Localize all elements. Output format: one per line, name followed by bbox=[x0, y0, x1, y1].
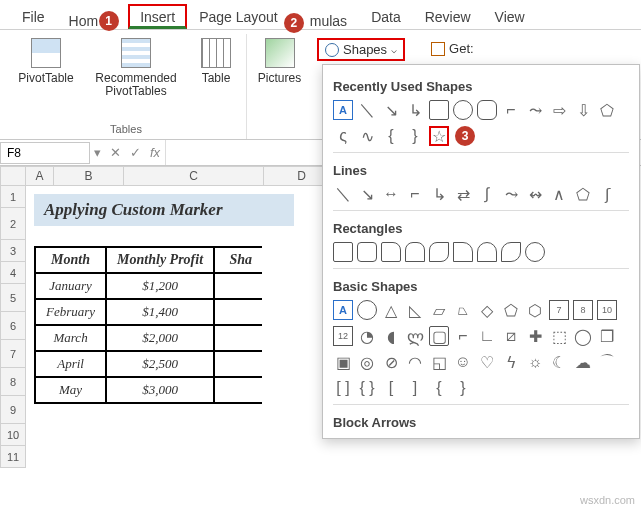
cell-shape[interactable] bbox=[214, 299, 262, 325]
rectangle-icon[interactable] bbox=[429, 100, 449, 120]
curve-icon[interactable]: ∫ bbox=[477, 184, 497, 204]
trapezoid-icon[interactable]: ⏢ bbox=[453, 300, 473, 320]
col-header[interactable]: A bbox=[26, 166, 54, 186]
triangle-icon[interactable]: △ bbox=[381, 300, 401, 320]
cell-profit[interactable]: $1,200 bbox=[106, 273, 214, 299]
rect-round-all-icon[interactable] bbox=[525, 242, 545, 262]
lightning-icon[interactable]: ϟ bbox=[501, 352, 521, 372]
name-box[interactable] bbox=[0, 142, 90, 164]
curved-connector-icon[interactable]: ⤳ bbox=[525, 100, 545, 120]
tab-data[interactable]: Data bbox=[359, 4, 413, 29]
row-header[interactable]: 7 bbox=[0, 340, 26, 368]
col-header[interactable]: C bbox=[124, 166, 264, 186]
bevel-icon[interactable]: ▣ bbox=[333, 352, 353, 372]
worksheet-area[interactable]: Applying Custom Marker Month Monthly Pro… bbox=[26, 186, 294, 468]
parallelogram-icon[interactable]: ▱ bbox=[429, 300, 449, 320]
rect-snip-same-side-icon[interactable] bbox=[405, 242, 425, 262]
row-header[interactable]: 10 bbox=[0, 424, 26, 446]
row-header[interactable]: 8 bbox=[0, 368, 26, 396]
rect-snip-single-icon[interactable] bbox=[381, 242, 401, 262]
cell-profit[interactable]: $2,500 bbox=[106, 351, 214, 377]
diag-stripe-icon[interactable]: ⧄ bbox=[501, 326, 521, 346]
plaque-icon[interactable]: ⬚ bbox=[549, 326, 569, 346]
pentagon-arrow-icon[interactable]: ⬠ bbox=[597, 100, 617, 120]
cell-month[interactable]: January bbox=[35, 273, 106, 299]
line-icon[interactable]: ＼ bbox=[357, 100, 377, 120]
cell-shape[interactable] bbox=[214, 273, 262, 299]
line-shape-icon[interactable]: ＼ bbox=[333, 184, 353, 204]
cell-month[interactable]: May bbox=[35, 377, 106, 403]
row-header[interactable]: 6 bbox=[0, 312, 26, 340]
star-icon[interactable]: ☆ bbox=[429, 126, 449, 146]
arrow-right-icon[interactable]: ⇨ bbox=[549, 100, 569, 120]
heptagon-icon[interactable]: 7 bbox=[549, 300, 569, 320]
row-header[interactable]: 9 bbox=[0, 396, 26, 424]
recommended-pivottables-button[interactable]: Recommended PivotTables bbox=[91, 36, 181, 100]
scribble-line-icon[interactable]: ʃ bbox=[597, 184, 617, 204]
cube-icon[interactable]: ❐ bbox=[597, 326, 617, 346]
pivottable-button[interactable]: PivotTable bbox=[11, 36, 81, 87]
pictures-button[interactable]: Pictures bbox=[252, 36, 307, 87]
pentagon-icon[interactable]: ⬠ bbox=[501, 300, 521, 320]
teardrop-icon[interactable]: ლ bbox=[405, 326, 425, 346]
right-bracket-icon[interactable]: ] bbox=[405, 378, 425, 398]
rect-icon[interactable] bbox=[333, 242, 353, 262]
plus-icon[interactable]: ✚ bbox=[525, 326, 545, 346]
scribble-icon[interactable]: ∿ bbox=[357, 126, 377, 146]
cell-profit[interactable]: $3,000 bbox=[106, 377, 214, 403]
hexagon-icon[interactable]: ⬡ bbox=[525, 300, 545, 320]
rounded-rectangle-icon[interactable] bbox=[477, 100, 497, 120]
row-header[interactable]: 3 bbox=[0, 240, 26, 262]
oval2-icon[interactable] bbox=[357, 300, 377, 320]
diamond-icon[interactable]: ◇ bbox=[477, 300, 497, 320]
cloud-icon[interactable]: ☁ bbox=[573, 352, 593, 372]
row-header[interactable]: 5 bbox=[0, 284, 26, 312]
rect-round-diag-icon[interactable] bbox=[501, 242, 521, 262]
no-symbol-icon[interactable]: ⊘ bbox=[381, 352, 401, 372]
select-all-corner[interactable] bbox=[0, 166, 26, 186]
octagon-icon[interactable]: 8 bbox=[573, 300, 593, 320]
arrow-down-icon[interactable]: ⇩ bbox=[573, 100, 593, 120]
chord-icon[interactable]: ◖ bbox=[381, 326, 401, 346]
textbox2-icon[interactable]: A bbox=[333, 300, 353, 320]
donut-icon[interactable]: ◎ bbox=[357, 352, 377, 372]
moon-icon[interactable]: ☾ bbox=[549, 352, 569, 372]
right-brace-icon[interactable]: } bbox=[405, 126, 425, 146]
heart-icon[interactable]: ♡ bbox=[477, 352, 497, 372]
rect-round-same-side-icon[interactable] bbox=[477, 242, 497, 262]
double-brace-icon[interactable]: { } bbox=[357, 378, 377, 398]
decagon-icon[interactable]: 10 bbox=[597, 300, 617, 320]
tab-page-layout[interactable]: Page Layout bbox=[187, 4, 290, 29]
row-header[interactable]: 4 bbox=[0, 262, 26, 284]
cell-month[interactable]: March bbox=[35, 325, 106, 351]
sun-icon[interactable]: ☼ bbox=[525, 352, 545, 372]
elbow-icon[interactable]: ⌐ bbox=[405, 184, 425, 204]
left-brace-icon[interactable]: { bbox=[381, 126, 401, 146]
table-button[interactable]: Table bbox=[191, 36, 241, 87]
connector-icon[interactable]: ↳ bbox=[405, 100, 425, 120]
col-header[interactable]: B bbox=[54, 166, 124, 186]
elbow-double-arrow-icon[interactable]: ⇄ bbox=[453, 184, 473, 204]
tab-view[interactable]: View bbox=[483, 4, 537, 29]
cell-month[interactable]: April bbox=[35, 351, 106, 377]
half-frame-icon[interactable]: ⌐ bbox=[453, 326, 473, 346]
oval-icon[interactable] bbox=[453, 100, 473, 120]
row-header[interactable]: 2 bbox=[0, 208, 26, 240]
cell-shape[interactable] bbox=[214, 325, 262, 351]
double-bracket-icon[interactable]: [ ] bbox=[333, 378, 353, 398]
freeform-icon[interactable]: ς bbox=[333, 126, 353, 146]
get-addins-button[interactable]: Get: bbox=[425, 38, 480, 59]
arrow-line-icon[interactable]: ↘ bbox=[381, 100, 401, 120]
pie-icon[interactable]: ◔ bbox=[357, 326, 377, 346]
left-brace2-icon[interactable]: { bbox=[429, 378, 449, 398]
tab-review[interactable]: Review bbox=[413, 4, 483, 29]
shapes-button[interactable]: Shapes ⌵ bbox=[317, 38, 405, 61]
curve-arrow-icon[interactable]: ⤳ bbox=[501, 184, 521, 204]
dodecagon-icon[interactable]: 12 bbox=[333, 326, 353, 346]
right-brace2-icon[interactable]: } bbox=[453, 378, 473, 398]
frame-icon[interactable]: ▢ bbox=[429, 326, 449, 346]
l-shape-icon[interactable]: ∟ bbox=[477, 326, 497, 346]
row-header[interactable]: 11 bbox=[0, 446, 26, 468]
tab-file[interactable]: File bbox=[10, 4, 57, 29]
right-triangle-icon[interactable]: ◺ bbox=[405, 300, 425, 320]
